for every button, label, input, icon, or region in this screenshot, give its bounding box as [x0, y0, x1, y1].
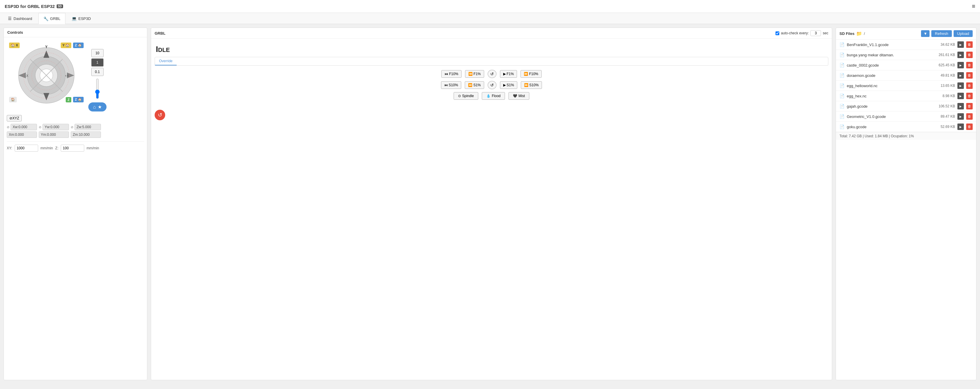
flood-toggle-icon: 💧	[486, 94, 491, 98]
file-size: 89.47 KB	[932, 114, 955, 119]
file-delete-button[interactable]: 🗑	[966, 41, 973, 48]
z-feed-unit: mm/min	[87, 146, 99, 150]
file-play-button[interactable]: ▶	[958, 62, 964, 68]
feed-minus-1-button[interactable]: ⏪ F1%	[465, 70, 484, 78]
sd-upload-button[interactable]: Upload	[954, 30, 973, 37]
file-icon: 📄	[840, 63, 845, 67]
sd-files-panel: SD Files 📁 / ▼ Refresh Upload 📄 BenFrank…	[836, 28, 977, 380]
home-x-button[interactable]: 🏠 X	[9, 43, 20, 48]
flood-toggle-button[interactable]: 💧 Flood	[482, 92, 505, 100]
coord-y-reset-icon[interactable]: ⊘	[39, 125, 41, 129]
coords-row: ⊘ Xw:0.000 Xm:0.000 ⊘ Yw:0.000 Ym:0.000 …	[7, 124, 144, 138]
file-row: 📄 goku.gcode 52.69 KB ▶ 🗑	[836, 122, 976, 132]
spindle-minus-1-icon: ⏪	[468, 83, 473, 87]
file-play-button[interactable]: ▶	[958, 52, 964, 58]
file-delete-button[interactable]: 🗑	[966, 62, 973, 68]
xy-feed-input[interactable]	[15, 144, 38, 152]
sd-filter-button[interactable]: ▼	[921, 30, 929, 37]
home-button[interactable]: ⌂ ★	[88, 102, 107, 111]
file-delete-button[interactable]: 🗑	[966, 72, 973, 79]
xyz-button-text: ⊘XYZ	[10, 116, 19, 120]
spindle-reset-button[interactable]: ↺	[488, 81, 496, 89]
z-feed-label: Z:	[55, 146, 58, 150]
home-bottom-x-button[interactable]: 🏠	[9, 97, 17, 102]
step-slider[interactable]	[91, 78, 103, 99]
feed-row: XY: mm/min Z: mm/min	[7, 141, 144, 152]
file-play-button[interactable]: ▶	[958, 124, 964, 130]
grbl-footer: ↺	[151, 107, 832, 123]
menu-icon[interactable]: ≡	[972, 3, 975, 10]
z-feed-input[interactable]	[61, 144, 84, 152]
sd-refresh-button[interactable]: Refresh	[931, 30, 952, 37]
sd-refresh-label: Refresh	[935, 32, 948, 36]
file-play-button[interactable]: ▶	[958, 113, 964, 120]
file-icon: 📄	[840, 104, 845, 108]
file-name: bunga yang mekar ditaman.	[847, 53, 929, 57]
file-size: 52.69 KB	[932, 125, 955, 129]
sd-upload-label: Upload	[957, 32, 969, 36]
sd-folder-icon[interactable]: 📁	[856, 31, 862, 37]
file-delete-button[interactable]: 🗑	[966, 113, 973, 120]
override-tab[interactable]: Override	[155, 57, 177, 65]
file-play-button[interactable]: ▶	[958, 72, 964, 79]
file-delete-button[interactable]: 🗑	[966, 124, 973, 130]
controls-body: 🏠 X Y 🏠 Z 🏠 🏠 Z Z 🏠	[4, 37, 147, 155]
file-play-button[interactable]: ▶	[958, 83, 964, 89]
file-size: 106.52 KB	[932, 104, 955, 108]
file-name: goku.gcode	[847, 125, 929, 129]
coord-zw-value: Zw:5.000	[75, 124, 101, 130]
feed-minus-10-label: F10%	[449, 72, 458, 76]
autocheck-row: auto-check every: sec	[775, 30, 828, 36]
spindle-toggle-button[interactable]: ⊙ Spindle	[453, 92, 478, 100]
file-row: 📄 castle_0002.gcode 625.45 KB ▶ 🗑	[836, 60, 976, 70]
step-10-button[interactable]: 10	[91, 49, 103, 57]
home-y-button[interactable]: Y 🏠	[61, 43, 71, 48]
grbl-header: GRBL auto-check every: sec	[151, 28, 832, 39]
file-delete-button[interactable]: 🗑	[966, 52, 973, 58]
feed-plus-1-button[interactable]: ▶ F1%	[500, 70, 517, 78]
file-size: 8.98 KB	[932, 94, 955, 98]
tab-esp3d[interactable]: 💻 ESP3D	[67, 13, 96, 24]
file-row: 📄 bunga yang mekar ditaman. 261.61 KB ▶ …	[836, 50, 976, 60]
spindle-plus-10-label: S10%	[529, 83, 539, 87]
file-play-button[interactable]: ▶	[958, 93, 964, 99]
feed-plus-10-button[interactable]: ⏩ F10%	[520, 70, 541, 78]
xy-feed-unit: mm/min	[40, 146, 53, 150]
sd-title: SD Files	[840, 32, 854, 36]
tab-grbl[interactable]: 🔧 GRBL	[38, 13, 65, 24]
spindle-plus-1-icon: ▶	[503, 83, 506, 87]
reset-button[interactable]: ↺	[154, 110, 165, 120]
coord-x-reset-icon[interactable]: ⊘	[7, 125, 10, 129]
home-y-label-text: Y 🏠	[62, 43, 70, 47]
file-delete-button[interactable]: 🗑	[966, 103, 973, 110]
tab-dashboard[interactable]: ☰ Dashboard	[3, 13, 37, 24]
home-bottom-z-button[interactable]: Z	[66, 97, 71, 102]
file-delete-button[interactable]: 🗑	[966, 83, 973, 89]
file-name: gajah.gcode	[847, 104, 929, 108]
home-star-symbol: ★	[98, 104, 102, 110]
step-01-button[interactable]: 0.1	[91, 68, 103, 76]
file-size: 49.81 KB	[932, 73, 955, 78]
home-bottom-z2-button[interactable]: Z 🏠	[73, 97, 84, 102]
override-spindle-row: ⏮ S10% ⏪ S1% ↺ ▶ S1% ⏩ S10%	[156, 81, 827, 89]
feed-reset-button[interactable]: ↺	[488, 70, 496, 78]
mist-toggle-button[interactable]: 🖤 Mist	[509, 92, 529, 100]
autocheck-value-input[interactable]	[810, 30, 821, 36]
step-1-button[interactable]: 1	[91, 59, 103, 67]
file-play-button[interactable]: ▶	[958, 41, 964, 48]
file-delete-button[interactable]: 🗑	[966, 93, 973, 99]
file-play-button[interactable]: ▶	[958, 103, 964, 110]
spindle-minus-1-button[interactable]: ⏪ S1%	[465, 81, 484, 89]
xyz-button[interactable]: ⊘XYZ	[7, 115, 22, 121]
coord-xw-value: Xw:0.000	[11, 124, 37, 130]
override-tabs: Override	[154, 57, 828, 66]
spindle-minus-10-button[interactable]: ⏮ S10%	[441, 81, 461, 89]
autocheck-checkbox[interactable]	[775, 32, 779, 35]
feed-minus-10-button[interactable]: ⏮ F10%	[441, 70, 461, 78]
home-z-button[interactable]: Z 🏠	[73, 43, 84, 48]
coord-z-reset-icon[interactable]: ⊘	[71, 125, 73, 129]
spindle-plus-10-button[interactable]: ⏩ S10%	[521, 81, 542, 89]
spindle-plus-1-button[interactable]: ▶ S1%	[500, 81, 517, 89]
tab-grbl-label: GRBL	[50, 16, 60, 21]
jog-area: 🏠 X Y 🏠 Z 🏠 🏠 Z Z 🏠	[7, 40, 144, 113]
